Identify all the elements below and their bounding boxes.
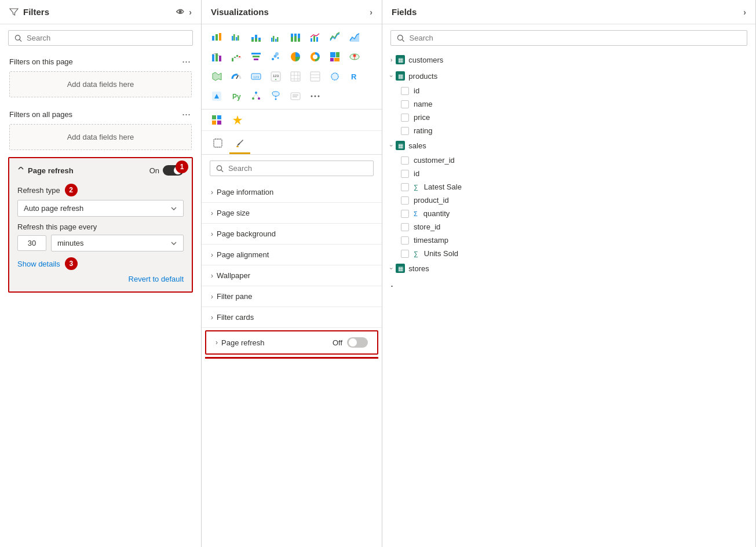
fields-search-icon [397, 34, 405, 42]
vis-wallpaper[interactable]: › Wallpaper [202, 265, 382, 286]
paintbrush-tab[interactable] [229, 133, 250, 154]
r-icon[interactable]: R [345, 67, 364, 86]
line-clustered-icon[interactable] [306, 28, 324, 46]
field-sales-latest-sale[interactable]: ∑ Latest Sale [382, 180, 755, 194]
svg-rect-74 [291, 93, 300, 100]
pie-icon[interactable] [286, 48, 305, 66]
products-name-checkbox[interactable] [401, 100, 409, 108]
grid-app-icon[interactable] [209, 112, 225, 128]
eye-icon[interactable]: 👁 [176, 8, 184, 17]
show-details-link[interactable]: Show details 3 [17, 257, 184, 270]
more-visuals-icon[interactable] [306, 87, 324, 105]
filters-all-pages-more-btn[interactable]: ··· [181, 109, 192, 119]
vis-page-information[interactable]: › Page information [202, 182, 382, 203]
sales-product-id-checkbox[interactable] [401, 196, 409, 205]
field-sales-units-sold[interactable]: ∑ Units Sold [382, 247, 755, 260]
star-icon[interactable] [229, 112, 246, 128]
filters-search-box[interactable] [8, 30, 193, 46]
revert-to-default-link[interactable]: Revert to default [17, 275, 184, 283]
fields-group-stores[interactable]: › stores [382, 260, 755, 276]
matrix-icon[interactable] [286, 67, 305, 86]
refresh-interval-input[interactable] [17, 235, 46, 251]
sales-store-id-checkbox[interactable] [401, 223, 409, 231]
card-icon[interactable]: 123 [247, 67, 265, 86]
sales-quantity-checkbox[interactable] [401, 210, 409, 218]
field-products-name[interactable]: name [382, 97, 755, 111]
refresh-toggle-on[interactable]: On 1 [149, 165, 184, 176]
filters-chevron-icon[interactable]: › [189, 8, 192, 17]
filled-map-icon[interactable] [207, 67, 226, 86]
stacked-col-icon[interactable] [247, 28, 265, 46]
svg-point-78 [315, 96, 316, 97]
field-products-price[interactable]: price [382, 111, 755, 124]
map-icon[interactable] [345, 48, 364, 66]
table-vis-icon[interactable] [306, 67, 324, 86]
field-sales-product-id[interactable]: product_id [382, 194, 755, 207]
badge-3: 3 [65, 257, 78, 270]
format-tab[interactable] [207, 133, 228, 154]
field-sales-id[interactable]: id [382, 167, 755, 180]
donut-icon[interactable] [306, 48, 324, 66]
add-fields-page-box[interactable]: Add data fields here [9, 71, 192, 97]
svg-rect-9 [251, 39, 254, 42]
decomposition-icon[interactable] [247, 87, 265, 105]
shape-icon[interactable] [326, 67, 344, 86]
vis-page-refresh-toggle[interactable]: Off [333, 337, 368, 348]
fields-search-input[interactable] [410, 34, 742, 42]
100pct-stacked-icon[interactable] [286, 28, 305, 46]
svg-rect-19 [291, 34, 293, 37]
clustered-bar-icon[interactable] [227, 28, 246, 46]
clustered-col-icon[interactable] [266, 28, 285, 46]
python-icon[interactable]: Py [227, 87, 246, 105]
vis-chevron-icon[interactable]: › [370, 8, 372, 17]
vis-filter-cards[interactable]: › Filter cards [202, 307, 382, 328]
field-sales-customer-id[interactable]: customer_id [382, 154, 755, 167]
vis-filter-pane[interactable]: › Filter pane [202, 286, 382, 307]
vis-page-alignment[interactable]: › Page alignment [202, 245, 382, 265]
sales-units-sold-checkbox[interactable] [401, 250, 409, 258]
fields-group-sales[interactable]: › sales [382, 137, 755, 154]
gauge-icon[interactable] [227, 67, 246, 86]
products-price-checkbox[interactable] [401, 114, 409, 122]
field-sales-quantity[interactable]: Σ quantity [382, 207, 755, 220]
field-products-id[interactable]: id [382, 84, 755, 97]
sales-latest-sale-checkbox[interactable] [401, 183, 409, 191]
visualizations-panel: Visualizations › [202, 0, 382, 547]
sales-id-checkbox[interactable] [401, 170, 409, 178]
kpi-icon[interactable]: 123▲ [266, 67, 285, 86]
filters-search-input[interactable] [27, 34, 187, 42]
refresh-type-dropdown[interactable]: Auto page refresh [17, 200, 184, 217]
scatter-icon[interactable] [266, 48, 285, 66]
vis-toggle-track[interactable] [347, 337, 368, 348]
line-icon[interactable] [326, 28, 344, 46]
waterfall-icon[interactable] [227, 48, 246, 66]
field-products-rating[interactable]: rating [382, 124, 755, 137]
ribbon-icon[interactable] [207, 48, 226, 66]
azure-map-icon[interactable] [207, 87, 226, 105]
field-sales-timestamp[interactable]: timestamp [382, 234, 755, 247]
refresh-unit-dropdown[interactable]: minutes [51, 235, 184, 251]
field-sales-store-id[interactable]: store_id [382, 220, 755, 234]
funnel-icon[interactable] [247, 48, 265, 66]
fields-group-products[interactable]: › products [382, 68, 755, 84]
fields-search-box[interactable] [390, 30, 747, 46]
fields-chevron-icon[interactable]: › [743, 8, 746, 17]
area-icon[interactable] [345, 28, 364, 46]
vis-page-refresh-row[interactable]: › Page refresh Off [205, 330, 378, 355]
products-rating-checkbox[interactable] [401, 127, 409, 135]
vis-page-background[interactable]: › Page background [202, 224, 382, 245]
sales-customer-id-checkbox[interactable] [401, 156, 409, 165]
vis-search-box[interactable] [210, 161, 374, 176]
fields-group-customers[interactable]: › customers [382, 52, 755, 68]
products-id-checkbox[interactable] [401, 87, 409, 95]
narrative-icon[interactable] [286, 87, 305, 105]
filters-page-more-btn[interactable]: ··· [181, 56, 192, 67]
treemap-icon[interactable] [326, 48, 344, 66]
vis-search-input[interactable] [228, 164, 367, 173]
stacked-bar-icon[interactable] [207, 28, 226, 46]
customers-table-icon [396, 55, 405, 64]
sales-timestamp-checkbox[interactable] [401, 236, 409, 245]
vis-page-size[interactable]: › Page size [202, 203, 382, 224]
qa-icon[interactable] [266, 87, 285, 105]
add-fields-all-box[interactable]: Add data fields here [9, 124, 192, 150]
